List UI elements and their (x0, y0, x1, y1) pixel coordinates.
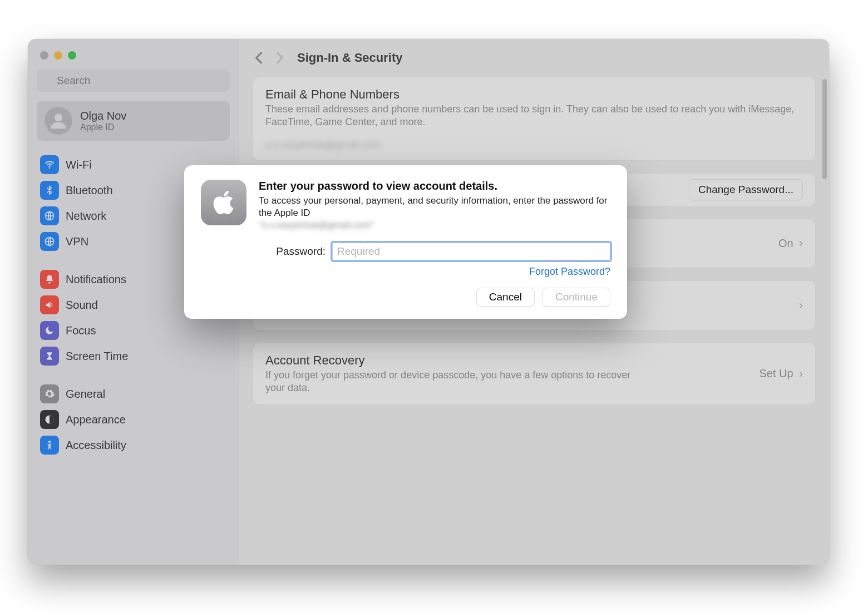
dialog-apple-id-blurred: "o.v.vasylchuk@gmail.com" (259, 220, 374, 230)
hourglass-icon (40, 347, 59, 366)
globe-icon (40, 206, 59, 225)
sidebar-item-label: Appearance (66, 413, 126, 426)
wifi-icon (40, 155, 59, 174)
forward-button[interactable] (272, 50, 288, 66)
password-dialog: Enter your password to view account deta… (184, 165, 627, 319)
apple-logo-icon (201, 180, 246, 225)
sidebar-item-label: Accessibility (66, 439, 126, 452)
redacted-email: o.v.vasylchuk@gmail.com (265, 139, 410, 150)
bell-icon (40, 270, 59, 289)
account-name: Olga Nov (80, 110, 126, 122)
password-label: Password: (259, 245, 326, 258)
section-account-recovery[interactable]: Account Recovery If you forget your pass… (253, 343, 816, 406)
sidebar-item-screen-time[interactable]: Screen Time (37, 343, 230, 369)
apple-id-account-row[interactable]: Olga Nov Apple ID (37, 101, 230, 141)
chevron-right-icon: › (799, 367, 803, 381)
sound-icon (40, 295, 59, 314)
sidebar-item-general[interactable]: General (37, 381, 230, 407)
maximize-button[interactable] (68, 51, 76, 60)
scrollbar[interactable] (822, 79, 827, 179)
two-factor-status: On (778, 237, 793, 250)
account-subtitle: Apple ID (80, 122, 126, 132)
svg-point-2 (55, 113, 62, 121)
access-icon (40, 436, 59, 455)
sidebar-item-accessibility[interactable]: Accessibility (37, 432, 230, 458)
svg-point-7 (48, 441, 51, 443)
gear-icon (40, 384, 59, 403)
password-input[interactable] (332, 243, 610, 260)
search-input[interactable] (37, 70, 230, 92)
sidebar-item-appearance[interactable]: Appearance (37, 407, 230, 432)
moon-icon (40, 321, 59, 340)
vpn-icon (40, 232, 59, 251)
svg-point-3 (49, 167, 50, 169)
avatar-icon (45, 107, 72, 135)
sidebar-item-focus[interactable]: Focus (37, 318, 230, 343)
back-button[interactable] (250, 50, 267, 66)
account-recovery-status: Set Up (760, 367, 793, 380)
section-desc: These email addresses and phone numbers … (265, 103, 803, 129)
change-password-button[interactable]: Change Password... (689, 179, 803, 200)
section-title: Account Recovery (265, 353, 644, 368)
sidebar-item-label: VPN (66, 235, 88, 248)
section-desc: If you forget your password or device pa… (265, 369, 644, 395)
section-email-phone[interactable]: Email & Phone Numbers These email addres… (253, 77, 816, 161)
section-title: Email & Phone Numbers (265, 87, 803, 102)
forgot-password-link[interactable]: Forgot Password? (259, 266, 610, 278)
sidebar-item-label: Screen Time (66, 350, 128, 363)
content: Email & Phone Numbers These email addres… (239, 77, 829, 565)
page-title: Sign-In & Security (297, 51, 402, 65)
chevron-right-icon: › (799, 298, 803, 313)
sidebar-item-label: Wi-Fi (66, 159, 92, 171)
appearance-icon (40, 410, 59, 429)
continue-button[interactable]: Continue (542, 288, 610, 307)
dialog-title: Enter your password to view account deta… (259, 180, 610, 193)
minimize-button[interactable] (54, 51, 62, 60)
sidebar-item-label: Bluetooth (66, 184, 113, 197)
sidebar-item-label: General (66, 388, 105, 401)
close-button[interactable] (40, 51, 48, 60)
cancel-button[interactable]: Cancel (476, 288, 535, 307)
sidebar-item-label: Network (66, 210, 106, 223)
window-controls (28, 48, 239, 70)
toolbar: Sign-In & Security (239, 39, 829, 77)
sidebar-item-label: Sound (66, 299, 98, 312)
dialog-text: To access your personal, payment, and se… (259, 195, 607, 218)
bt-icon (40, 181, 59, 200)
sidebar-item-label: Notifications (66, 273, 126, 286)
chevron-right-icon: › (799, 236, 803, 250)
sidebar-item-label: Focus (66, 324, 96, 337)
